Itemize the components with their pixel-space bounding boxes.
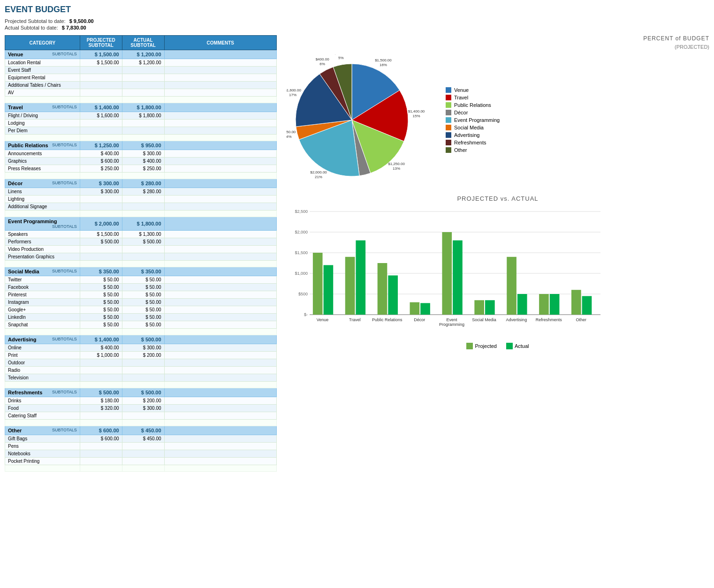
item-actual — [122, 367, 164, 374]
item-actual — [122, 246, 164, 253]
item-name: Linens — [5, 188, 80, 196]
item-actual — [122, 412, 164, 420]
header-comments: COMMENTS — [164, 36, 276, 50]
legend-color-box — [446, 117, 451, 123]
item-projected — [80, 89, 122, 97]
pie-label: $1,600.0017% — [286, 88, 301, 97]
bar-projected — [410, 302, 420, 315]
pie-chart-title: PERCENT of BUDGET — [286, 35, 709, 42]
item-name: Catering Staff — [5, 412, 80, 420]
category-comments — [164, 103, 276, 112]
item-name: Per Diem — [5, 127, 80, 135]
table-row: Additional Tables / Chairs — [5, 82, 277, 89]
item-projected: $ 320.00 — [80, 405, 122, 412]
item-comments — [164, 344, 276, 352]
item-comments — [164, 367, 276, 374]
legend-item: Social Media — [446, 125, 500, 130]
item-projected — [80, 359, 122, 367]
item-comments — [164, 306, 276, 314]
item-comments — [164, 321, 276, 329]
item-projected: $ 50.00 — [80, 314, 122, 321]
item-comments — [164, 67, 276, 74]
table-row — [5, 211, 277, 217]
legend-item: Advertising — [446, 132, 500, 138]
category-name: Venue SUBTOTALS — [5, 50, 80, 59]
legend-color-box — [446, 132, 451, 138]
item-actual: $ 400.00 — [122, 158, 164, 165]
item-actual: $ 200.00 — [122, 397, 164, 405]
item-projected — [80, 82, 122, 89]
table-row: Flight / Driving $ 1,600.00 $ 1,800.00 — [5, 112, 277, 120]
pie-chart-subtitle: (PROJECTED) — [286, 44, 709, 50]
item-name: Pinterest — [5, 291, 80, 299]
table-row: Speakers $ 1,500.00 $ 1,300.00 — [5, 231, 277, 238]
page-title: EVENT BUDGET — [5, 5, 709, 15]
category-row: Décor SUBTOTALS $ 300.00 $ 280.00 — [5, 179, 277, 188]
category-comments — [164, 179, 276, 188]
item-comments — [164, 112, 276, 120]
item-actual — [122, 458, 164, 465]
item-comments — [164, 284, 276, 291]
legend-item: Venue — [446, 87, 500, 93]
item-name: Presentation Graphics — [5, 253, 80, 261]
legend-color-box — [446, 95, 451, 100]
projected-subtotal-value: $ 9,500.00 — [69, 18, 94, 24]
bar-projected — [345, 257, 355, 315]
x-axis-label: Public Relations — [372, 317, 403, 322]
item-actual: $ 300.00 — [122, 150, 164, 158]
item-name: Television — [5, 374, 80, 382]
table-row — [5, 465, 277, 472]
y-axis-label: $2,000 — [295, 230, 308, 234]
item-projected: $ 250.00 — [80, 165, 122, 173]
bar-actual — [485, 300, 495, 315]
item-actual — [122, 374, 164, 382]
item-comments — [164, 120, 276, 127]
y-axis-label: $2,500 — [295, 209, 308, 214]
table-row: Additional Signage — [5, 203, 277, 211]
category-comments — [164, 217, 276, 231]
legend-color-box — [446, 140, 451, 145]
budget-table-panel: CATEGORY PROJECTED SUBTOTAL ACTUAL SUBTO… — [5, 35, 277, 472]
category-row: Public Relations SUBTOTALS $ 1,250.00 $ … — [5, 141, 277, 150]
item-name: Location Rental — [5, 59, 80, 67]
bar-actual — [388, 275, 398, 315]
bar-actual — [356, 241, 365, 315]
bar-chart-legend: Projected Actual — [286, 343, 709, 349]
bar-chart-title: PROJECTED vs. ACTUAL — [286, 195, 709, 202]
table-row: Catering Staff — [5, 412, 277, 420]
pie-label: $1,400.0015% — [408, 109, 425, 118]
table-row: Radio — [5, 367, 277, 374]
pie-chart-legend: VenueTravelPublic RelationsDécorEvent Pr… — [446, 87, 500, 153]
legend-label: Social Media — [454, 125, 484, 130]
item-comments — [164, 74, 276, 82]
x-axis-label: Travel — [349, 317, 361, 322]
table-row: LinkedIn $ 50.00 $ 50.00 — [5, 314, 277, 321]
table-row — [5, 261, 277, 267]
table-row: Food $ 320.00 $ 300.00 — [5, 405, 277, 412]
bar-projected — [442, 232, 452, 315]
item-comments — [164, 238, 276, 246]
category-projected: $ 1,400.00 — [80, 103, 122, 112]
table-row: Pens — [5, 443, 277, 450]
category-name: Other SUBTOTALS — [5, 426, 80, 435]
item-name: Event Staff — [5, 67, 80, 74]
category-projected: $ 500.00 — [80, 388, 122, 397]
category-projected: $ 300.00 — [80, 179, 122, 188]
item-projected: $ 500.00 — [80, 238, 122, 246]
legend-color-box — [446, 147, 451, 153]
charts-panel: PERCENT of BUDGET (PROJECTED) $1,500.001… — [286, 35, 709, 472]
item-projected: $ 50.00 — [80, 321, 122, 329]
category-name: Social Media SUBTOTALS — [5, 267, 80, 276]
bar-chart-container: PROJECTED vs. ACTUAL $-$500$1,000$1,500$… — [286, 195, 709, 349]
item-name: Radio — [5, 367, 80, 374]
x-axis-label: Décor — [414, 317, 425, 322]
table-row: Per Diem — [5, 127, 277, 135]
item-name: Equipment Rental — [5, 74, 80, 82]
projected-subtotal-label: Projected Subtotal to date: — [5, 18, 66, 24]
item-name: Lodging — [5, 120, 80, 127]
item-projected: $ 180.00 — [80, 397, 122, 405]
table-row: Facebook $ 50.00 $ 50.00 — [5, 284, 277, 291]
legend-item: Other — [446, 147, 500, 153]
pie-label: $350.004% — [286, 130, 296, 139]
bar-chart-svg: $-$500$1,000$1,500$2,000$2,500VenueTrave… — [286, 207, 605, 338]
